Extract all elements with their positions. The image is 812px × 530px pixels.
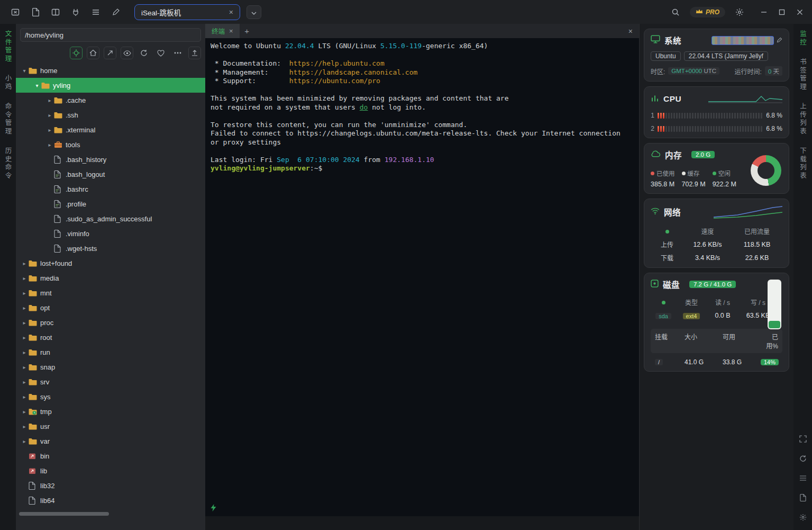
split-layout-icon[interactable] [49,5,62,19]
pro-badge[interactable]: PRO [690,7,725,17]
expand-arrow-icon[interactable] [104,47,116,59]
list-icon[interactable] [798,473,808,483]
chevron-down-icon[interactable]: ▾ [33,83,41,88]
rail-item-bookmarks[interactable]: 书签管理 [798,58,808,91]
list-icon[interactable] [89,5,103,19]
rail-item-monitoring[interactable]: 监控 [798,30,808,47]
rail-item-command-manager[interactable]: 命令管理 [3,103,13,136]
tree-item-.wget-hsts[interactable]: .wget-hsts [16,241,205,256]
tree-item-bin[interactable]: bin [16,448,205,463]
connection-bolt-icon[interactable] [211,504,216,514]
log-file-icon[interactable] [798,492,808,503]
maximize-button[interactable] [774,5,790,19]
upload-icon[interactable] [188,47,201,59]
close-button[interactable] [792,5,808,19]
tree-item-lib32[interactable]: lib32 [16,478,205,493]
file-icon[interactable] [29,5,42,19]
chevron-right-icon[interactable]: ▸ [45,112,54,118]
chevron-right-icon[interactable]: ▸ [20,349,29,355]
terminal-line: Failed to connect to https://changelogs.… [211,129,634,138]
tree-item-lost+found[interactable]: ▸lost+found [16,256,205,271]
tree-item-.sudo_as_admin_successful[interactable]: .sudo_as_admin_successful [16,211,205,226]
pen-icon[interactable] [109,5,123,19]
tree-item-usr[interactable]: ▸usr [16,419,205,434]
rail-item-servers[interactable]: 小鸡 [3,75,13,91]
home-icon[interactable] [87,47,99,59]
refresh-icon[interactable] [138,47,150,59]
chevron-right-icon[interactable]: ▸ [45,142,54,148]
tree-item-yvling[interactable]: ▾yvling [16,78,205,93]
rail-item-history-commands[interactable]: 历史命令 [3,147,13,180]
new-terminal-button[interactable]: + [240,24,254,38]
tree-item-.cache[interactable]: ▸.cache [16,93,205,107]
tree-item-media[interactable]: ▸media [16,271,205,285]
terminal-tab[interactable]: 终端 × [205,24,240,38]
session-tab-close-icon[interactable]: × [229,8,233,16]
tree-item-.bash_logout[interactable]: .bash_logout [16,167,205,182]
chevron-right-icon[interactable]: ▸ [20,394,29,400]
folder-icon [29,349,39,356]
tree-item-root[interactable]: ▸root [16,330,205,345]
tree-item-run[interactable]: ▸run [16,345,205,360]
tree-item-home[interactable]: ▾home [16,63,205,78]
chevron-right-icon[interactable]: ▸ [20,320,29,326]
chevron-right-icon[interactable]: ▸ [20,335,29,340]
chevron-right-icon[interactable]: ▸ [45,127,54,133]
minimize-button[interactable] [756,5,772,19]
locate-icon[interactable] [70,47,83,59]
tree-item-opt[interactable]: ▸opt [16,300,205,315]
search-icon[interactable] [669,5,682,19]
tree-item-.ssh[interactable]: ▸.ssh [16,107,205,122]
tree-item-libx32[interactable]: libx32 [16,508,205,510]
tree-item-mnt[interactable]: ▸mnt [16,285,205,300]
tree-item-tools[interactable]: ▸tools [16,137,205,152]
scrollbar-thumb[interactable] [19,512,109,516]
gear-icon[interactable] [798,512,808,523]
close-panel-icon[interactable] [8,5,22,19]
rail-item-upload-list[interactable]: 上传列表 [798,103,808,136]
more-icon[interactable] [171,47,184,59]
chevron-right-icon[interactable]: ▸ [20,275,29,281]
tree-item-proc[interactable]: ▸proc [16,315,205,330]
tree-item-.xterminal[interactable]: ▸.xterminal [16,122,205,137]
session-tab[interactable]: iSeal-跳板机 × [134,4,240,20]
gear-icon[interactable] [733,5,746,19]
rail-item-file-manager[interactable]: 文件管理 [3,30,13,63]
session-dropdown-button[interactable] [247,5,261,19]
tree-item-var[interactable]: ▸var [16,434,205,448]
chevron-right-icon[interactable]: ▸ [20,424,29,429]
chevron-right-icon[interactable]: ▸ [20,364,29,370]
terminal-tab-close-icon[interactable]: × [229,27,233,35]
eye-icon[interactable] [121,47,133,59]
tree-item-.profile[interactable]: .profile [16,196,205,211]
chevron-right-icon[interactable]: ▸ [20,290,29,296]
chevron-right-icon[interactable]: ▸ [20,379,29,385]
chevron-right-icon[interactable]: ▸ [45,97,54,103]
tree-item-tmp[interactable]: ▸tmp [16,404,205,419]
tree-item-.bash_history[interactable]: .bash_history [16,152,205,167]
tree-item-.viminfo[interactable]: .viminfo [16,226,205,241]
heart-icon[interactable] [154,47,167,59]
tree-item-srv[interactable]: ▸srv [16,374,205,389]
chevron-right-icon[interactable]: ▸ [20,305,29,311]
chevron-right-icon[interactable]: ▸ [20,438,29,444]
refresh-icon[interactable] [798,453,808,464]
chevron-down-icon[interactable]: ▾ [20,68,29,74]
terminal-output[interactable]: Welcome to Ubuntu 22.04.4 LTS (GNU/Linux… [205,38,639,501]
rail-item-download-list[interactable]: 下载列表 [798,147,808,180]
tree-item-sys[interactable]: ▸sys [16,389,205,404]
tree-item-.bashrc[interactable]: .bashrc [16,182,205,196]
edit-pen-icon[interactable] [777,35,782,45]
terminal-panel-close-icon[interactable]: × [628,27,633,35]
file-icon [29,482,39,490]
path-input[interactable] [20,28,201,42]
horizontal-scrollbar[interactable] [19,512,202,516]
tree-item-lib[interactable]: lib [16,463,205,478]
chevron-right-icon[interactable]: ▸ [20,409,29,415]
tree-item-lib64[interactable]: lib64 [16,493,205,508]
expand-panel-icon[interactable] [798,434,808,444]
tree-item-snap[interactable]: ▸snap [16,360,205,374]
chevron-right-icon[interactable]: ▸ [20,260,29,266]
folder-icon [29,393,39,400]
plug-icon[interactable] [69,5,83,19]
